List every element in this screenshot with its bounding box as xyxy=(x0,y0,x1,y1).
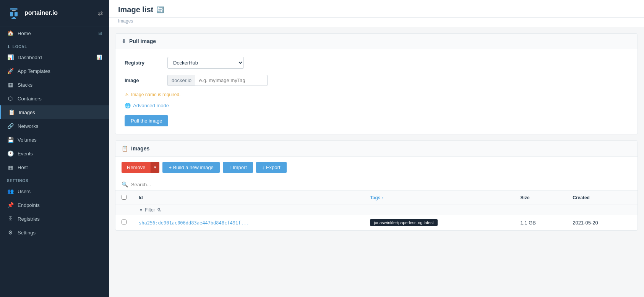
images-section: 📋 Images Remove ▾ + Build a new image ↑ … xyxy=(115,140,638,231)
registry-row: Registry DockerHub xyxy=(125,57,628,69)
download-icon-panel: ⬇ xyxy=(122,38,126,44)
warning-icon: ⚠ xyxy=(125,92,129,97)
row-size-cell: 1.1 GB xyxy=(514,215,567,230)
image-input[interactable] xyxy=(195,75,268,86)
sidebar-item-label-home: Home xyxy=(18,31,31,36)
sidebar-item-volumes[interactable]: 💾 Volumes xyxy=(0,133,109,147)
host-icon: ▦ xyxy=(7,164,14,170)
pull-image-button[interactable]: Pull the image xyxy=(125,115,168,126)
sidebar-item-host[interactable]: ▦ Host xyxy=(0,160,109,174)
search-bar: 🔍 xyxy=(115,178,638,191)
containers-icon: ⬡ xyxy=(7,95,14,102)
sidebar-item-label-stacks: Stacks xyxy=(18,82,32,88)
sidebar-item-label-images: Images xyxy=(19,110,35,115)
sidebar-item-label-networks: Networks xyxy=(18,123,38,129)
images-table-wrapper: Id Tags ↕ Size Created xyxy=(115,191,638,230)
sidebar-item-stacks[interactable]: ▦ Stacks xyxy=(0,78,109,92)
filter-label-cell: ▼ Filter ⚗ xyxy=(133,205,638,215)
sidebar-logo: portainer.io ⇄ xyxy=(0,0,109,26)
filter-label: ▼ Filter ⚗ xyxy=(139,207,631,213)
globe-icon: 🌐 xyxy=(125,103,131,108)
advanced-mode-link[interactable]: 🌐 Advanced mode xyxy=(125,103,628,108)
row-tags-cell: jonaswinkler/paperless-ng:latest xyxy=(364,215,514,230)
row-created-cell: 2021-05-20 xyxy=(566,215,638,230)
endpoints-icon: 📌 xyxy=(7,202,14,208)
dashboard-nav-icon-right: 📊 xyxy=(96,55,102,60)
refresh-icon[interactable]: 🔄 xyxy=(156,6,164,13)
row-id-cell: sha256:de901ac006dd83ae447bd848cf491f... xyxy=(133,215,364,230)
remove-button-group: Remove ▾ xyxy=(122,162,159,173)
row-id-link[interactable]: sha256:de901ac006dd83ae447bd848cf491f... xyxy=(139,220,249,226)
remove-button[interactable]: Remove xyxy=(122,162,151,173)
download-icon: ⬇ xyxy=(7,45,10,49)
size-col-header: Size xyxy=(514,191,567,205)
svg-rect-3 xyxy=(10,12,13,16)
images-icon-header: 📋 xyxy=(122,145,128,152)
svg-rect-1 xyxy=(10,8,18,10)
row-checkbox[interactable] xyxy=(122,220,127,224)
sidebar: portainer.io ⇄ 🏠 Home ⊞ ⬇ LOCAL 📊 Dashbo… xyxy=(0,0,109,297)
sidebar-nav-home[interactable]: 🏠 Home ⊞ xyxy=(0,26,109,40)
images-table-body: sha256:de901ac006dd83ae447bd848cf491f...… xyxy=(115,215,638,230)
app-templates-icon: 🚀 xyxy=(7,68,14,74)
sidebar-item-label-settings: Settings xyxy=(18,230,36,236)
sidebar-item-label-app-templates: App Templates xyxy=(18,68,50,74)
sidebar-settings-icon[interactable]: ⇄ xyxy=(98,10,103,17)
select-all-checkbox[interactable] xyxy=(122,195,127,200)
sidebar-item-endpoints[interactable]: 📌 Endpoints xyxy=(0,198,109,212)
sidebar-item-users[interactable]: 👥 Users xyxy=(0,184,109,198)
local-section-label: ⬇ LOCAL xyxy=(0,40,109,50)
tags-col-header[interactable]: Tags ↕ xyxy=(364,191,514,205)
svg-rect-2 xyxy=(12,10,16,11)
sidebar-item-networks[interactable]: 🔗 Networks xyxy=(0,119,109,133)
settings-icon: ⚙ xyxy=(7,229,14,236)
images-icon: 📋 xyxy=(8,109,15,115)
sidebar-item-label-host: Host xyxy=(18,165,28,170)
warning-text: Image name is required. xyxy=(131,92,180,97)
sidebar-item-dashboard[interactable]: 📊 Dashboard 📊 xyxy=(0,50,109,64)
search-input[interactable] xyxy=(131,182,246,187)
sidebar-item-settings[interactable]: ⚙ Settings xyxy=(0,226,109,239)
sidebar-item-label-containers: Containers xyxy=(18,96,42,102)
pull-image-title: Pull image xyxy=(129,38,156,44)
sidebar-item-registries[interactable]: 🗄 Registries xyxy=(0,212,109,226)
table-row: sha256:de901ac006dd83ae447bd848cf491f...… xyxy=(115,215,638,230)
logo-area: portainer.io xyxy=(6,5,58,21)
svg-rect-4 xyxy=(15,12,18,16)
remove-dropdown-arrow[interactable]: ▾ xyxy=(151,162,159,173)
home-nav-icon-right: ⊞ xyxy=(98,31,102,36)
images-panel-header: 📋 Images xyxy=(115,141,638,157)
registries-icon: 🗄 xyxy=(7,216,14,222)
volumes-icon: 💾 xyxy=(7,137,14,143)
build-image-button[interactable]: + Build a new image xyxy=(162,162,219,173)
images-table: Id Tags ↕ Size Created xyxy=(115,191,638,230)
sidebar-item-label-dashboard: Dashboard xyxy=(18,55,42,60)
import-button[interactable]: ↑ Import xyxy=(223,162,253,173)
export-button[interactable]: ↓ Export xyxy=(256,162,287,173)
images-toolbar: Remove ▾ + Build a new image ↑ Import ↓ … xyxy=(115,157,638,178)
sidebar-item-images[interactable]: 📋 Images xyxy=(0,105,109,119)
sidebar-item-label-volumes: Volumes xyxy=(18,137,37,143)
sidebar-item-events[interactable]: 🕐 Events xyxy=(0,147,109,160)
images-section-title: Images xyxy=(131,145,149,152)
sidebar-item-containers[interactable]: ⬡ Containers xyxy=(0,92,109,105)
image-row: Image docker.io xyxy=(125,75,628,86)
select-all-col xyxy=(115,191,133,205)
filter-checkbox-cell xyxy=(115,205,133,215)
filter-row: ▼ Filter ⚗ xyxy=(115,205,638,215)
registry-select[interactable]: DockerHub xyxy=(167,57,244,69)
image-input-group: docker.io xyxy=(167,75,268,86)
image-name-warning: ⚠ Image name is required. xyxy=(125,92,628,97)
pull-image-body: Registry DockerHub Image docker.io ⚠ Ima… xyxy=(115,49,638,134)
sidebar-item-app-templates[interactable]: 🚀 App Templates xyxy=(0,64,109,78)
logo-text: portainer.io xyxy=(24,10,58,16)
main-content: Image list 🔄 Images ⬇ Pull image Registr… xyxy=(109,0,644,297)
networks-icon: 🔗 xyxy=(7,123,14,129)
svg-rect-6 xyxy=(11,18,16,19)
sidebar-item-label-events: Events xyxy=(18,151,33,157)
users-icon: 👥 xyxy=(7,188,14,194)
page-header: Image list 🔄 xyxy=(109,0,644,18)
tag-badge: jonaswinkler/paperless-ng:latest xyxy=(370,219,438,226)
sidebar-item-label-endpoints: Endpoints xyxy=(18,202,40,208)
settings-section-label: SETTINGS xyxy=(0,174,109,184)
